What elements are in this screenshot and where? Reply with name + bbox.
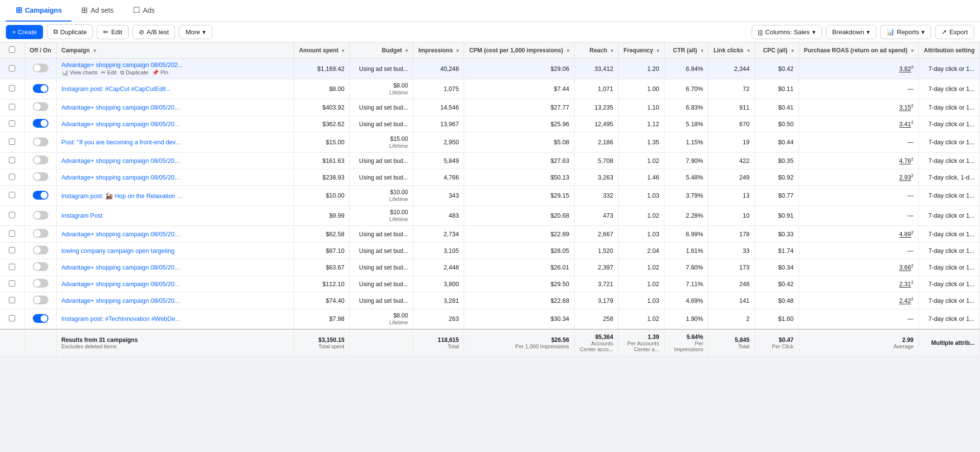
row-checkbox[interactable] xyxy=(9,85,15,91)
campaign-toggle[interactable] xyxy=(33,229,48,238)
row-checkbox[interactable] xyxy=(9,192,15,198)
col-header-ctr[interactable]: CTR (all) ▾ xyxy=(664,43,708,59)
row-cpm-cell: $7.44 xyxy=(464,79,574,99)
campaign-link[interactable]: Instagram post: #TechInnovation #WebDeve… xyxy=(62,316,184,322)
row-checkbox[interactable] xyxy=(9,247,15,253)
col-header-cpc[interactable]: CPC (all) ▾ xyxy=(755,43,799,59)
row-ctr-cell: 7.60% xyxy=(664,259,708,276)
reports-button[interactable]: 📊 Reports ▾ xyxy=(880,25,932,39)
col-header-reach[interactable]: Reach ▾ xyxy=(574,43,618,59)
col-header-campaign[interactable]: Campaign ▾ xyxy=(56,43,294,59)
create-button[interactable]: + Create xyxy=(6,25,43,39)
campaign-toggle[interactable] xyxy=(33,279,48,288)
tab-adsets[interactable]: ⊞ Ad sets xyxy=(71,0,123,22)
row-attr-cell: 7-day click or 1... xyxy=(919,186,980,206)
campaign-toggle[interactable] xyxy=(33,119,48,128)
roas-value[interactable]: 3.41 xyxy=(899,121,911,128)
campaign-toggle[interactable] xyxy=(33,246,48,254)
roas-value[interactable]: 2.31 xyxy=(899,281,911,288)
tab-ads[interactable]: ☐ Ads xyxy=(123,0,164,22)
row-checkbox[interactable] xyxy=(9,315,15,321)
campaign-toggle[interactable] xyxy=(33,84,48,93)
col-header-frequency[interactable]: Frequency ▾ xyxy=(618,43,664,59)
breakdown-button[interactable]: Breakdown ▾ xyxy=(826,25,876,39)
row-impressions-cell: 1,075 xyxy=(413,79,464,99)
col-header-attr[interactable]: Attribution setting xyxy=(919,43,980,59)
roas-value[interactable]: 4.76 xyxy=(899,158,911,165)
col-header-checkbox[interactable] xyxy=(0,43,24,59)
row-checkbox-cell xyxy=(0,133,24,153)
row-checkbox[interactable] xyxy=(9,297,15,303)
row-cpc-cell: $0.11 xyxy=(755,79,799,99)
row-checkbox[interactable] xyxy=(9,120,15,127)
campaign-link[interactable]: Instagram post: #CapCut #CapCutEdit... xyxy=(62,86,184,92)
col-header-roas[interactable]: Purchase ROAS (return on ad spend) ▾ xyxy=(799,43,918,59)
tab-campaigns[interactable]: ⊞ Campaigns xyxy=(6,0,71,22)
row-checkbox[interactable] xyxy=(9,230,15,237)
row-checkbox[interactable] xyxy=(9,264,15,270)
row-toggle-cell xyxy=(24,276,56,293)
edit-action[interactable]: ✏ Edit xyxy=(101,69,116,76)
campaign-link[interactable]: Advantage+ shopping campaign 08/05/2024 … xyxy=(62,104,184,111)
row-checkbox[interactable] xyxy=(9,174,15,180)
campaign-link[interactable]: Advantage+ shopping campaign 08/05/2024 … xyxy=(62,158,184,164)
col-header-cpm[interactable]: CPM (cost per 1,000 impressions) ▾ xyxy=(464,43,574,59)
view-charts-action[interactable]: 📊 View charts xyxy=(62,69,98,76)
select-all-checkbox[interactable] xyxy=(9,46,15,53)
table-row: Advantage+ shopping campaign 08/05/2024 … xyxy=(0,153,980,169)
row-checkbox[interactable] xyxy=(9,280,15,287)
pin-action[interactable]: 📌 Pin xyxy=(152,69,168,76)
campaign-link[interactable]: Advantage+ shopping campaign 08/05/2024 … xyxy=(62,264,184,271)
campaign-toggle[interactable] xyxy=(33,314,48,323)
roas-value[interactable]: 3.15 xyxy=(899,105,911,112)
campaign-link[interactable]: towing company campaign open targeting xyxy=(62,248,184,254)
campaign-toggle[interactable] xyxy=(33,262,48,271)
more-button[interactable]: More ▾ xyxy=(179,25,212,39)
campaign-link[interactable]: Post: "If you are becoming a front-end d… xyxy=(62,139,184,146)
row-checkbox[interactable] xyxy=(9,212,15,218)
row-frequency-cell: 1.02 xyxy=(618,259,664,276)
roas-value[interactable]: 4.89 xyxy=(899,231,911,238)
columns-button[interactable]: ||| Columns: Sales ▾ xyxy=(752,25,822,39)
roas-value[interactable]: 2.42 xyxy=(899,298,911,305)
campaign-link[interactable]: Advantage+ shopping campaign 08/05/2024 … xyxy=(62,281,184,288)
campaign-link[interactable]: Advantage+ shopping campaign 08/05/2024 … xyxy=(62,121,184,128)
campaign-toggle[interactable] xyxy=(33,295,48,304)
ab-test-button[interactable]: ⊘ A/B test xyxy=(133,25,176,39)
campaign-link[interactable]: Advantage+ shopping campaign 08/05/202..… xyxy=(62,62,184,68)
tab-campaigns-label: Campaigns xyxy=(25,6,62,14)
table-row: Advantage+ shopping campaign 08/05/2024 … xyxy=(0,276,980,293)
row-checkbox[interactable] xyxy=(9,65,15,71)
duplicate-button[interactable]: ⧉ Duplicate xyxy=(47,24,93,39)
table-row: Advantage+ shopping campaign 08/05/2024 … xyxy=(0,293,980,309)
export-button[interactable]: ↗ Export xyxy=(935,25,974,39)
campaign-toggle[interactable] xyxy=(33,137,48,146)
roas-value[interactable]: 2.93 xyxy=(899,175,911,181)
dup-action[interactable]: ⧉ Duplicate xyxy=(120,69,148,76)
row-checkbox[interactable] xyxy=(9,138,15,145)
row-attr-cell: 7-day click or 1... xyxy=(919,59,980,79)
campaign-toggle[interactable] xyxy=(33,64,48,72)
campaign-toggle[interactable] xyxy=(33,156,48,164)
campaign-link[interactable]: Advantage+ shopping campaign 08/05/2024 … xyxy=(62,231,184,238)
campaign-link[interactable]: Advantage+ shopping campaign 08/05/2024 … xyxy=(62,174,184,181)
col-header-impressions[interactable]: Impressions ▾ xyxy=(413,43,464,59)
col-header-budget[interactable]: Budget ▾ xyxy=(350,43,413,59)
campaign-toggle[interactable] xyxy=(33,191,48,200)
campaign-link[interactable]: Advantage+ shopping campaign 08/05/2024 … xyxy=(62,297,184,304)
campaign-link[interactable]: Instagram post: 🚂 Hop on the Relaxation … xyxy=(62,192,184,200)
row-cpc-cell: $0.50 xyxy=(755,116,799,133)
campaign-link[interactable]: Instagram Post xyxy=(62,212,184,219)
chevron-down-icon: ▾ xyxy=(202,28,206,36)
col-header-linkclicks[interactable]: Link clicks ▾ xyxy=(708,43,755,59)
row-checkbox[interactable] xyxy=(9,104,15,110)
roas-value[interactable]: 3.66 xyxy=(899,265,911,271)
col-header-amount[interactable]: Amount spent ▾ xyxy=(294,43,350,59)
row-checkbox[interactable] xyxy=(9,157,15,163)
roas-value[interactable]: 3.82 xyxy=(899,66,911,73)
col-header-offon[interactable]: Off / On xyxy=(24,43,56,59)
campaign-toggle[interactable] xyxy=(33,211,48,220)
edit-button[interactable]: ✏ Edit xyxy=(97,25,128,39)
campaign-toggle[interactable] xyxy=(33,102,48,111)
campaign-toggle[interactable] xyxy=(33,172,48,181)
